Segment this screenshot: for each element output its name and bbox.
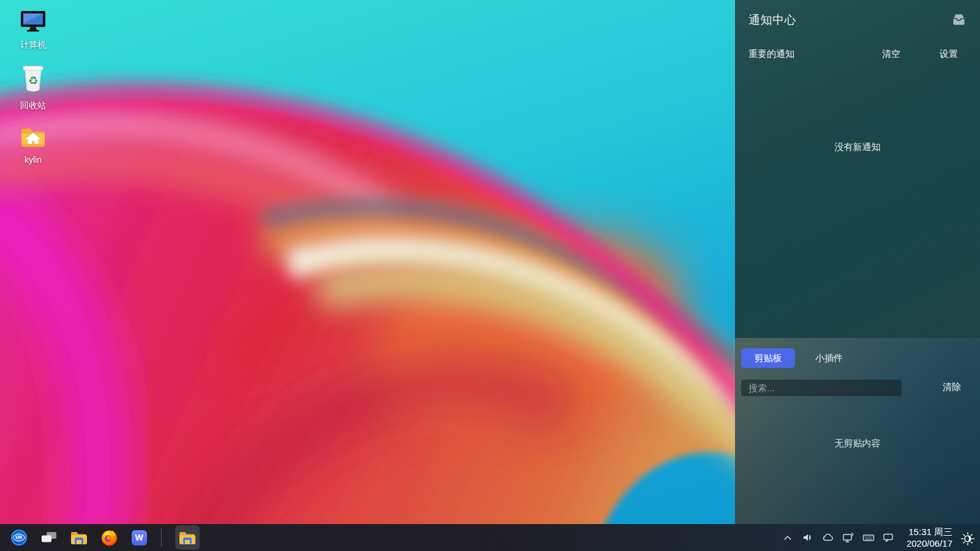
task-view-icon (41, 532, 57, 543)
notification-center-panel: 通知中心 重要的通知 清空 设置 没有新通知 剪贴板 小插件 清除 无剪贴内容 (735, 0, 980, 524)
clipboard-search-row: 清除 (735, 380, 980, 396)
clear-clipboard-button[interactable]: 清除 (943, 381, 961, 393)
chevron-up-icon[interactable] (782, 531, 794, 544)
notification-section: 通知中心 重要的通知 清空 设置 没有新通知 (735, 0, 980, 338)
cloud-icon[interactable] (822, 531, 834, 544)
home-folder-icon (20, 126, 47, 150)
taskbar: UK (0, 524, 980, 551)
inbox-tray-icon[interactable] (951, 13, 967, 28)
taskbar-separator (161, 528, 162, 547)
keyboard-icon[interactable] (862, 531, 875, 544)
recycle-bin-icon: ♻ (20, 65, 46, 96)
desktop-icon-label: 回收站 (20, 100, 46, 111)
computer-icon (20, 10, 47, 35)
clock-date: 2020/06/17 (907, 538, 952, 549)
wps-icon: W (132, 530, 147, 545)
panel-tabs: 剪贴板 小插件 (741, 348, 843, 368)
night-mode-icon[interactable] (960, 531, 973, 544)
file-manager-window-icon (179, 531, 196, 545)
desktop-icon-computer[interactable]: 计算机 (7, 10, 59, 51)
important-notifications-label: 重要的通知 (748, 48, 794, 60)
file-manager-launcher[interactable] (70, 529, 88, 546)
desktop-icon-label: 计算机 (20, 40, 46, 51)
firefox-launcher[interactable] (100, 529, 118, 546)
notification-toolbar: 重要的通知 清空 设置 (735, 40, 980, 67)
display-connect-icon[interactable] (842, 531, 854, 544)
clock-time: 15:31 周三 (907, 526, 952, 538)
file-manager-icon (70, 531, 88, 545)
wps-launcher[interactable]: W (130, 529, 148, 546)
panel-title: 通知中心 (748, 12, 796, 28)
tab-widgets[interactable]: 小插件 (815, 348, 843, 368)
clock[interactable]: 15:31 周三 2020/06/17 (907, 526, 952, 549)
task-view-button[interactable] (40, 529, 58, 546)
desktop-icon-label: kylin (24, 155, 42, 165)
file-manager-window-task[interactable] (175, 525, 200, 550)
firefox-icon (101, 530, 118, 546)
clipboard-empty-text: 无剪贴内容 (735, 438, 980, 449)
svg-text:♻: ♻ (28, 75, 38, 87)
panel-header: 通知中心 (735, 0, 980, 40)
no-notifications-text: 没有新通知 (735, 141, 980, 153)
desktop-icon-recycle-bin[interactable]: ♻ 回收站 (7, 65, 59, 111)
start-menu-button[interactable]: UK (10, 529, 28, 546)
message-icon[interactable] (883, 531, 895, 544)
desktop-icon-home-folder[interactable]: kylin (7, 126, 59, 165)
clipboard-section: 剪贴板 小插件 清除 无剪贴内容 (735, 338, 980, 524)
tab-clipboard[interactable]: 剪贴板 (741, 348, 795, 368)
system-tray: 15:31 周三 2020/06/17 (782, 524, 980, 551)
settings-button[interactable]: 设置 (940, 48, 958, 60)
clear-all-button[interactable]: 清空 (882, 48, 900, 60)
ukylin-logo-icon: UK (11, 530, 27, 545)
taskbar-left: UK (0, 524, 200, 551)
volume-icon[interactable] (802, 531, 814, 544)
search-input[interactable] (741, 380, 902, 396)
